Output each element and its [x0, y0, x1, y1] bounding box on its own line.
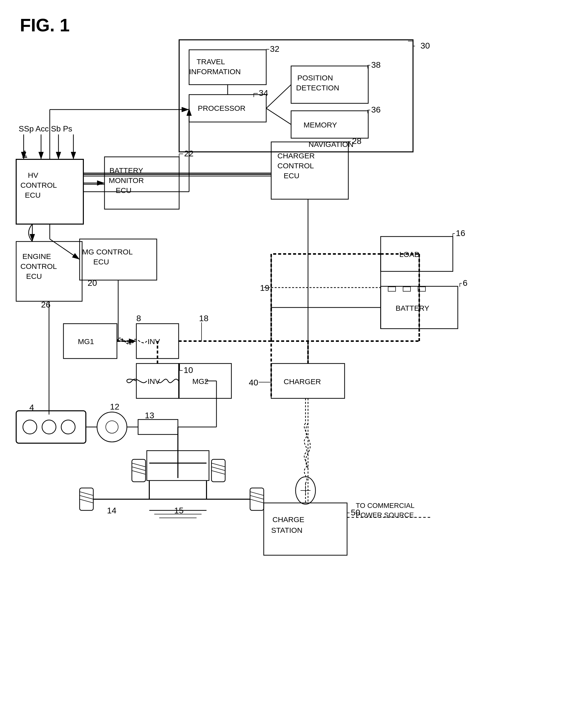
svg-text:CONTROL: CONTROL [277, 162, 314, 170]
svg-text:6: 6 [463, 278, 468, 288]
svg-text:CHARGER: CHARGER [277, 152, 315, 160]
svg-rect-154 [132, 460, 146, 482]
diagram-container: FIG. 1 30 TRAVEL INFORMATION 32 PROCESSO… [0, 0, 570, 728]
svg-text:ENGINE: ENGINE [22, 252, 51, 260]
svg-rect-63 [381, 286, 458, 329]
svg-text:TRAVEL: TRAVEL [197, 57, 225, 66]
svg-text:10: 10 [184, 365, 193, 375]
svg-text:POSITION: POSITION [297, 74, 333, 82]
svg-rect-73 [136, 324, 179, 359]
svg-text:TO COMMERCIAL: TO COMMERCIAL [356, 502, 414, 509]
svg-rect-81 [179, 364, 231, 398]
svg-text:ECU: ECU [26, 272, 42, 280]
svg-line-168 [80, 496, 93, 499]
svg-point-136 [23, 420, 37, 434]
svg-text:HV: HV [28, 171, 38, 179]
svg-point-140 [97, 412, 127, 442]
svg-text:13: 13 [145, 410, 154, 420]
svg-line-167 [80, 492, 93, 496]
svg-text:4: 4 [29, 403, 34, 412]
svg-text:28: 28 [352, 136, 361, 146]
svg-text:SSp  Acc  Sb  Ps: SSp Acc Sb Ps [19, 124, 72, 133]
svg-text:NAVIGATION: NAVIGATION [308, 140, 353, 148]
svg-rect-71 [63, 324, 117, 359]
svg-text:INV: INV [148, 337, 160, 346]
svg-point-137 [42, 420, 56, 434]
svg-text:INFORMATION: INFORMATION [189, 67, 241, 76]
svg-text:MG1: MG1 [78, 337, 94, 346]
svg-rect-58 [381, 236, 453, 271]
svg-line-29 [266, 108, 291, 125]
svg-text:BATTERY: BATTERY [395, 304, 430, 312]
svg-text:ECU: ECU [93, 258, 109, 266]
svg-text:34: 34 [259, 88, 268, 98]
svg-rect-11 [189, 95, 266, 122]
svg-point-138 [61, 420, 75, 434]
svg-rect-30 [16, 159, 83, 224]
svg-line-172 [250, 499, 264, 503]
svg-text:CHARGER: CHARGER [284, 377, 321, 386]
svg-text:20: 20 [87, 278, 97, 288]
svg-text:22: 22 [184, 149, 194, 158]
svg-line-157 [132, 467, 146, 471]
svg-text:ECU: ECU [25, 191, 41, 199]
svg-rect-16 [291, 66, 368, 103]
svg-rect-66 [403, 287, 410, 291]
svg-text:ECU: ECU [116, 186, 131, 194]
svg-rect-67 [418, 287, 425, 291]
svg-text:12: 12 [110, 402, 119, 411]
svg-rect-42 [104, 157, 179, 209]
svg-rect-5 [189, 50, 266, 84]
svg-text:36: 36 [371, 105, 381, 114]
svg-line-169 [80, 499, 93, 503]
connector-svg: 30 TRAVEL INFORMATION 32 PROCESSOR 34 PO… [0, 0, 570, 728]
svg-text:14: 14 [107, 506, 116, 515]
svg-line-171 [250, 496, 264, 499]
svg-text:CONTROL: CONTROL [20, 181, 57, 189]
svg-text:50: 50 [351, 508, 360, 517]
svg-rect-76 [136, 364, 179, 398]
svg-text:40: 40 [249, 378, 258, 387]
svg-text:18: 18 [199, 314, 209, 323]
svg-line-161 [212, 471, 225, 474]
svg-point-141 [106, 421, 118, 433]
svg-text:PROCESSOR: PROCESSOR [198, 104, 246, 112]
svg-line-160 [212, 467, 225, 471]
figure-title: FIG. 1 [20, 15, 70, 35]
svg-text:CONTROL: CONTROL [20, 262, 57, 270]
svg-line-159 [212, 463, 225, 467]
svg-rect-144 [138, 419, 178, 434]
svg-text:STATION: STATION [271, 526, 303, 534]
svg-rect-22 [291, 111, 368, 138]
svg-text:32: 32 [270, 44, 279, 53]
svg-point-178 [296, 477, 315, 504]
svg-rect-153 [147, 450, 209, 481]
svg-text:26: 26 [41, 300, 50, 309]
svg-rect-155 [212, 460, 225, 482]
svg-text:15: 15 [174, 506, 184, 515]
svg-rect-83 [271, 364, 345, 398]
svg-text:16: 16 [456, 228, 465, 238]
svg-rect-35 [271, 142, 348, 199]
svg-text:DETECTION: DETECTION [296, 84, 339, 92]
svg-rect-54 [80, 239, 157, 280]
svg-text:1: 1 [22, 149, 27, 158]
svg-text:POWER SOURCE: POWER SOURCE [356, 511, 414, 519]
svg-text:38: 38 [371, 60, 381, 69]
svg-text:BATTERY: BATTERY [109, 166, 143, 175]
svg-rect-49 [16, 241, 82, 301]
svg-rect-163 [250, 488, 264, 510]
svg-rect-65 [388, 287, 395, 291]
svg-text:8: 8 [136, 314, 141, 323]
svg-line-170 [250, 492, 264, 496]
svg-rect-135 [16, 411, 86, 443]
svg-line-156 [132, 463, 146, 467]
svg-text:MEMORY: MEMORY [304, 121, 337, 129]
svg-text:MG CONTROL: MG CONTROL [82, 248, 132, 256]
svg-line-158 [132, 471, 146, 474]
svg-text:30: 30 [420, 41, 430, 50]
svg-text:19: 19 [260, 283, 269, 293]
svg-text:CHARGE: CHARGE [272, 515, 304, 524]
svg-rect-162 [80, 488, 93, 510]
svg-text:LOAD: LOAD [399, 250, 420, 258]
